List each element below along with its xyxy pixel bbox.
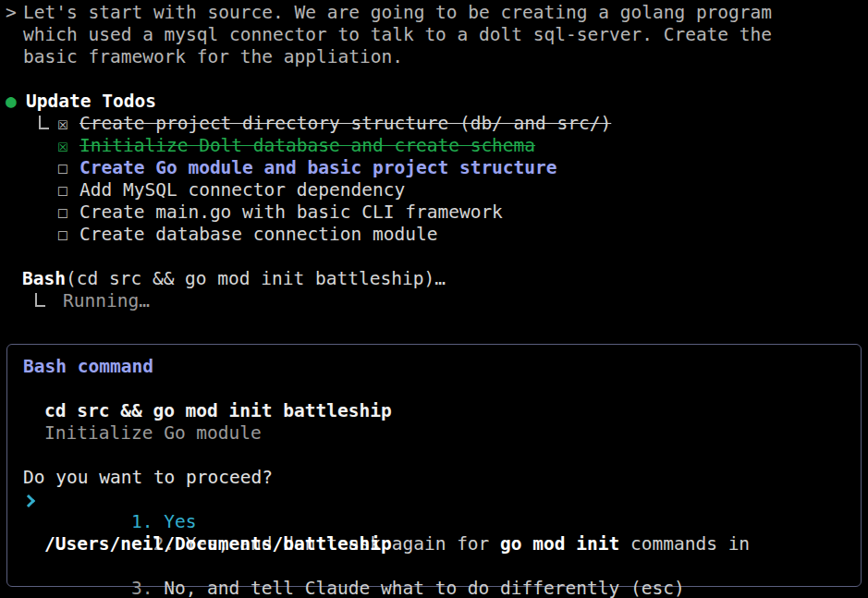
todo-label: Create main.go with basic CLI framework (79, 201, 503, 224)
prompt-line: which used a mysql connector to talk to … (23, 24, 772, 46)
tool-name: Bash (22, 268, 66, 289)
prompt-marker: > (6, 2, 23, 68)
tree-connector-icon (35, 290, 63, 312)
option-label: No, and tell Claude what to do different… (153, 578, 684, 598)
todo-section: ● Update Todos ☒ Create project director… (6, 91, 611, 246)
prompt-text: Let's start with source. We are going to… (23, 2, 772, 68)
selection-arrow-icon (23, 489, 44, 511)
tree-connector-icon (39, 113, 57, 135)
todo-item: ☐ Add MySQL connector dependency (39, 179, 611, 201)
option-number: 3. (131, 578, 153, 598)
todo-item: ☐ Create database connection module (39, 224, 611, 246)
prompt-line: basic framework for the appliation. (23, 46, 772, 68)
checkbox-unchecked-icon: ☐ (57, 179, 79, 201)
todo-label: Add MySQL connector dependency (79, 179, 405, 201)
tool-args: (cd src && go mod init battleship)… (66, 268, 446, 289)
terminal-screen: > Let's start with source. We are going … (0, 0, 868, 598)
todo-item: ☐ Create Go module and basic project str… (39, 157, 611, 179)
todo-title: Update Todos (26, 91, 156, 113)
todo-label: Initialize Dolt database and create sche… (79, 135, 535, 157)
command-description: Initialize Go module (44, 422, 861, 445)
todo-item: ☐ Create main.go with basic CLI framewor… (39, 201, 611, 224)
option-yes-dont-ask[interactable]: 2. Yes, and don't ask again for go mod i… (23, 511, 861, 555)
prompt-line: Let's start with source. We are going to… (23, 2, 772, 24)
option-command: go mod init (500, 533, 619, 555)
checkbox-checked-icon: ☒ (57, 135, 79, 157)
tool-call-line: Bash(cd src && go mod init battleship)… (22, 268, 446, 290)
task-status-bullet-icon: ● (6, 91, 26, 113)
checkbox-unchecked-icon: ☐ (57, 157, 79, 179)
spacer (23, 378, 861, 400)
dialog-title: Bash command (23, 356, 861, 378)
option-no[interactable]: 3. No, and tell Claude what to do differ… (23, 555, 861, 578)
todo-item: ☒ Create project directory structure (db… (39, 113, 611, 135)
option-label: commands in (619, 533, 750, 555)
user-prompt: > Let's start with source. We are going … (6, 2, 772, 68)
todo-header: ● Update Todos (6, 91, 611, 113)
tool-status: Running… (63, 290, 150, 312)
todo-label: Create Go module and basic project struc… (79, 157, 557, 179)
checkbox-unchecked-icon: ☐ (57, 224, 79, 246)
todo-label: Create database connection module (79, 224, 437, 246)
proceed-question: Do you want to proceed? (23, 467, 861, 489)
permission-dialog: Bash command cd src && go mod init battl… (6, 344, 862, 587)
command-text: cd src && go mod init battleship (44, 400, 861, 422)
bash-tool-call: Bash(cd src && go mod init battleship)… … (22, 268, 446, 312)
checkbox-checked-icon: ☒ (57, 113, 79, 135)
todo-label: Create project directory structure (db/ … (79, 113, 611, 135)
spacer (23, 445, 861, 467)
todo-item: ☒ Initialize Dolt database and create sc… (39, 135, 611, 157)
tool-status-row: Running… (35, 290, 446, 312)
option-yes[interactable]: 1. Yes (23, 489, 861, 511)
checkbox-unchecked-icon: ☐ (57, 201, 79, 224)
